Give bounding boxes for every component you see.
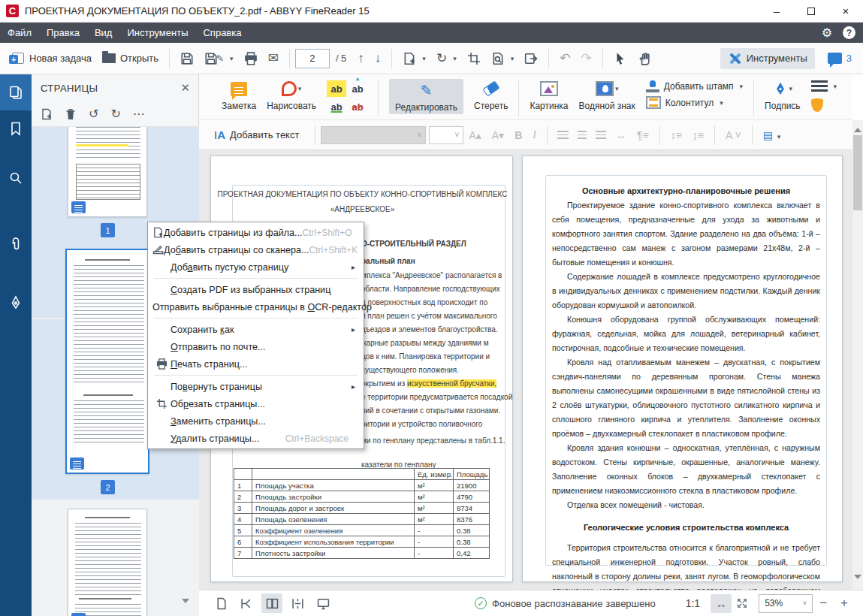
more-options-icon[interactable]: ⋯ bbox=[133, 108, 146, 120]
draw-button[interactable]: ▾ Нарисовать bbox=[267, 79, 316, 111]
align-center-icon[interactable] bbox=[578, 131, 587, 139]
paragraph-mark-icon[interactable]: ¶≡ bbox=[637, 129, 649, 141]
edit-button[interactable]: ✎ Редактировать bbox=[389, 79, 463, 114]
bold-button[interactable]: B bbox=[514, 129, 522, 141]
context-menu-item[interactable]: Удалить страницы...Ctrl+Backspace bbox=[148, 430, 364, 447]
picture-button[interactable]: Картинка bbox=[530, 79, 568, 111]
fit-width-button[interactable]: ↔ bbox=[711, 594, 732, 613]
rotate-page-button[interactable]: ↻▾ bbox=[431, 48, 462, 68]
context-menu-item[interactable]: Добавить страницы со сканера...Ctrl+Shif… bbox=[148, 241, 364, 258]
context-menu-item[interactable]: Создать PDF из выбранных страниц bbox=[148, 281, 364, 298]
previous-page-button[interactable]: ↑ bbox=[352, 48, 370, 68]
paragraph-spacing-icon[interactable]: ↨≡ bbox=[693, 129, 704, 141]
line-spacing-icon[interactable]: ↕≡ bbox=[671, 129, 682, 141]
zoom-in-button[interactable]: + bbox=[840, 596, 848, 611]
actual-size-button[interactable]: 1:1 bbox=[686, 597, 700, 609]
select-cursor-button[interactable] bbox=[608, 48, 632, 69]
header-footer-button[interactable]: Колонтитул ▾ bbox=[646, 96, 743, 109]
sidebar-item-search[interactable] bbox=[0, 160, 32, 196]
new-task-button[interactable]: + Новая задача bbox=[5, 48, 97, 69]
context-menu-item[interactable]: Добавить пустую страницу▸ bbox=[148, 258, 364, 276]
rotate-right-icon[interactable]: ↻ bbox=[110, 108, 120, 120]
tools-panel-button[interactable]: Инструменты bbox=[720, 48, 815, 69]
note-button[interactable]: Заметка bbox=[222, 79, 256, 111]
recognize-page-button[interactable]: ▾ bbox=[486, 48, 520, 69]
increase-font-button[interactable]: A▴ bbox=[469, 129, 481, 141]
context-menu-item[interactable]: Отправить выбранные страницы в OCR-редак… bbox=[148, 298, 364, 316]
add-stamp-button[interactable]: Добавить штамп ▾ bbox=[646, 80, 743, 92]
document-page-right[interactable]: Основные архитектурно-планировочные реше… bbox=[522, 156, 843, 582]
crop-page-button[interactable] bbox=[462, 48, 486, 69]
view-two-page-continuous-button[interactable] bbox=[287, 593, 308, 613]
underline-button[interactable]: ab bbox=[327, 98, 346, 115]
close-icon[interactable]: ✕ bbox=[180, 81, 190, 95]
rotate-left-icon[interactable]: ↺ bbox=[89, 108, 98, 120]
align-left-icon[interactable] bbox=[557, 131, 569, 139]
menu-file[interactable]: Файл bbox=[0, 23, 39, 43]
sidebar-item-attachments[interactable] bbox=[0, 226, 32, 262]
view-single-page-button[interactable] bbox=[210, 593, 231, 613]
zoom-out-button[interactable]: − bbox=[819, 596, 827, 611]
help-icon[interactable]: ? bbox=[843, 26, 855, 39]
context-menu-item[interactable]: Отправить по почте... bbox=[148, 338, 364, 355]
page-thumbnail-current[interactable] bbox=[65, 249, 149, 474]
add-page-button[interactable]: ▾ bbox=[397, 48, 431, 69]
protection-button[interactable] bbox=[811, 98, 837, 112]
export-button[interactable] bbox=[519, 48, 543, 69]
font-color-button[interactable]: A ˅ bbox=[726, 129, 741, 141]
font-family-select[interactable]: ˅ bbox=[321, 126, 426, 144]
scroll-up-arrow[interactable] bbox=[854, 124, 861, 132]
context-menu-item[interactable]: Заменить страницы... bbox=[148, 412, 364, 430]
email-button[interactable]: ✉ bbox=[263, 48, 284, 68]
signature-button[interactable]: ▾ Подпись bbox=[765, 79, 801, 111]
settings-gear-icon[interactable]: ⚙ bbox=[822, 26, 832, 40]
close-button[interactable]: × bbox=[828, 0, 863, 22]
undo-button[interactable]: ↶ bbox=[554, 48, 575, 68]
view-two-page-button[interactable] bbox=[261, 593, 282, 613]
decrease-font-button[interactable]: A▾ bbox=[492, 129, 504, 141]
next-page-button[interactable]: ↓ bbox=[370, 48, 387, 68]
text-width-icon[interactable]: ↔ bbox=[616, 129, 626, 141]
view-fullscreen-button[interactable] bbox=[312, 593, 333, 613]
comments-button[interactable]: 3 bbox=[822, 49, 857, 68]
scroll-down-arrow[interactable] bbox=[854, 575, 861, 583]
sidebar-item-pages[interactable] bbox=[0, 74, 32, 110]
menu-tools[interactable]: Инструменты bbox=[119, 23, 195, 43]
page-thumbnail[interactable] bbox=[68, 509, 147, 616]
page-layout-button[interactable]: ▤ ▾ bbox=[763, 129, 781, 141]
strikethrough-button[interactable]: ab bbox=[348, 98, 367, 115]
align-right-icon[interactable] bbox=[596, 131, 606, 139]
document-scrollbar[interactable] bbox=[852, 120, 863, 590]
add-page-icon[interactable] bbox=[41, 108, 53, 120]
open-button[interactable]: Открыть bbox=[97, 49, 164, 68]
menu-view[interactable]: Вид bbox=[87, 23, 120, 43]
context-menu-item[interactable]: Печать страниц... bbox=[148, 355, 364, 373]
menu-help[interactable]: Справка bbox=[195, 23, 249, 43]
minimize-button[interactable]: – bbox=[759, 0, 794, 22]
sidebar-item-signature[interactable] bbox=[0, 285, 32, 321]
insert-caret-button[interactable]: ab bbox=[348, 80, 367, 97]
italic-button[interactable]: I bbox=[533, 129, 536, 141]
page-thumbnail[interactable] bbox=[68, 127, 147, 217]
save-as-button[interactable]: ✎▾ bbox=[199, 48, 239, 69]
highlight-button[interactable]: ab bbox=[327, 80, 346, 97]
hand-tool-button[interactable] bbox=[632, 48, 656, 69]
save-button[interactable] bbox=[175, 48, 199, 69]
redaction-button[interactable]: ▾ bbox=[811, 80, 837, 92]
context-menu-item[interactable]: Сохранить как▸ bbox=[148, 321, 364, 338]
erase-button[interactable]: Стереть bbox=[474, 79, 508, 111]
font-size-select[interactable]: ˅ bbox=[429, 126, 463, 144]
maximize-button[interactable] bbox=[794, 0, 828, 22]
redo-button[interactable]: ↷ bbox=[575, 48, 596, 68]
page-number-input[interactable]: 2 bbox=[295, 49, 330, 68]
context-menu-item[interactable]: Добавить страницы из файла...Ctrl+Shift+… bbox=[148, 224, 364, 241]
delete-page-icon[interactable] bbox=[65, 108, 77, 120]
zoom-select[interactable]: 53% ˅ bbox=[759, 594, 813, 613]
context-menu-item[interactable]: Обрезать страницы... bbox=[148, 395, 364, 412]
sidebar-item-bookmarks[interactable] bbox=[0, 110, 32, 146]
print-button[interactable] bbox=[239, 48, 263, 69]
view-continuous-button[interactable] bbox=[236, 593, 257, 613]
panel-scroll-down[interactable] bbox=[182, 599, 189, 607]
watermark-button[interactable]: ▾ Водяной знак bbox=[578, 79, 635, 111]
menu-edit[interactable]: Правка bbox=[39, 23, 87, 43]
